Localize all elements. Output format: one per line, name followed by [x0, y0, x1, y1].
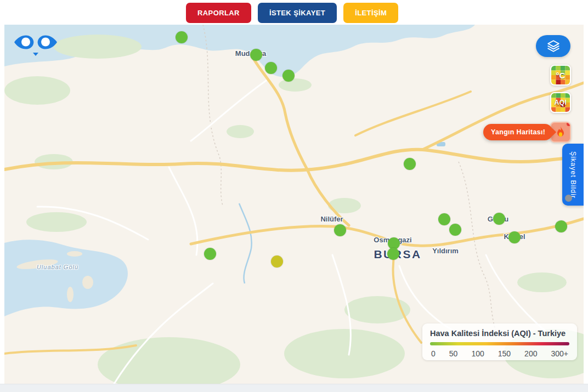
header: RAPORLARİSTEK ŞİKAYETİLETİŞİM	[0, 0, 588, 25]
complaint-tab[interactable]: Şikayet Bildir	[562, 144, 584, 206]
aqi-gradient-bar	[430, 342, 569, 345]
aqi-legend-tick: 150	[498, 349, 511, 358]
aqi-station-marker[interactable]	[271, 255, 283, 268]
layers-icon	[546, 39, 561, 53]
fire-map-tooltip: Yangın Haritası!	[483, 124, 553, 140]
aqi-legend-title: Hava Kalitesi İndeksi (AQI) - Turkiye	[430, 329, 569, 338]
aqi-station-marker[interactable]	[250, 49, 262, 61]
app-logo	[14, 33, 58, 58]
aqi-legend-tick: 50	[449, 349, 458, 358]
aqi-station-marker[interactable]	[449, 224, 461, 236]
aqi-legend-tick: 100	[471, 349, 484, 358]
aqi-legend-tick: 200	[524, 349, 537, 358]
aqi-legend-ticks: 050100150200300+	[430, 349, 569, 358]
aqi-station-marker[interactable]	[282, 70, 295, 82]
heatmap-thumbnail	[551, 93, 570, 112]
aqi-station-marker[interactable]	[438, 213, 450, 225]
complaint-tab-label: Şikayet Bildir	[569, 151, 577, 198]
aqi-legend: Hava Kalitesi İndeksi (AQI) - Turkiye 05…	[422, 323, 577, 360]
header-button-raporlar[interactable]: RAPORLAR	[186, 3, 251, 23]
aqi-station-marker[interactable]	[204, 248, 216, 260]
aqi-station-marker[interactable]	[404, 158, 416, 170]
aqi-station-marker[interactable]	[508, 231, 521, 243]
heatmap-thumbnail	[551, 66, 570, 84]
header-button-istek-sikayet[interactable]: İSTEK ŞİKAYET	[258, 3, 337, 23]
eyes-logo-icon	[14, 33, 58, 58]
layers-button[interactable]	[536, 35, 570, 57]
aqi-station-marker[interactable]	[176, 31, 188, 43]
aqi-station-marker[interactable]	[387, 248, 399, 260]
page: RAPORLARİSTEK ŞİKAYETİLETİŞİM	[0, 0, 588, 392]
fire-map-tooltip-label: Yangın Haritası!	[491, 128, 545, 136]
aqi-station-marker[interactable]	[493, 213, 505, 225]
header-button-iletisim[interactable]: İLETİŞİM	[343, 3, 398, 23]
aqi-legend-tick: 0	[431, 349, 436, 358]
header-buttons: RAPORLARİSTEK ŞİKAYETİLETİŞİM	[186, 3, 398, 23]
map-viewport[interactable]: MudanyaNilüferOsmangaziBURSAYıldırımGürs…	[4, 25, 584, 384]
tab-gray-dot	[565, 195, 572, 202]
aqi-layer-button[interactable]: AQI	[550, 92, 571, 113]
aqi-legend-tick: 300+	[551, 349, 568, 358]
page-bottom-strip	[0, 384, 588, 392]
temperature-layer-button[interactable]: °C	[550, 65, 571, 86]
aqi-station-marker[interactable]	[265, 62, 277, 74]
fire-icon	[555, 126, 566, 139]
aqi-station-marker[interactable]	[555, 220, 567, 232]
aqi-station-marker[interactable]	[334, 224, 346, 236]
